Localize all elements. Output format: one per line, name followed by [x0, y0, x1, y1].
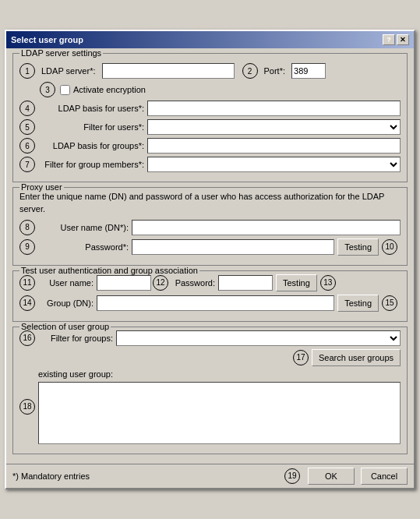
proxy-user-name-input[interactable]: [132, 220, 401, 235]
select-user-group-dialog: Select user group ? ✕ LDAP server settin…: [5, 30, 415, 489]
footer-buttons-container: 19 OK Cancel: [284, 468, 408, 485]
ldap-server-label: LDAP server*:: [41, 66, 99, 76]
existing-group-label: existing user group:: [38, 369, 113, 379]
step-4: 4: [19, 101, 35, 116]
filter-users-select[interactable]: [147, 119, 401, 135]
ldap-server-row: 1 LDAP server*: 2 Port*:: [19, 63, 401, 79]
proxy-user-name-label: User name (DN*):: [38, 223, 132, 232]
title-bar: Select user group ? ✕: [6, 31, 414, 48]
ldap-basis-users-input[interactable]: [147, 101, 401, 116]
test-user-name-label: User name:: [38, 278, 97, 288]
search-groups-row: 17 Search user groups: [19, 349, 401, 366]
test-group-row: 14 Group (DN): Testing 15: [19, 295, 401, 312]
footer-buttons: OK Cancel: [308, 468, 408, 485]
step-14: 14: [19, 295, 35, 311]
test-auth-group: Test user authentication and group assoc…: [12, 270, 408, 322]
ldap-basis-groups-label: LDAP basis for groups*:: [38, 141, 147, 150]
proxy-testing-button[interactable]: Testing: [337, 238, 379, 256]
filter-groups-select[interactable]: [116, 330, 401, 346]
step-11: 11: [19, 275, 35, 291]
search-user-groups-button[interactable]: Search user groups: [312, 349, 401, 366]
close-button[interactable]: ✕: [397, 34, 409, 45]
step-8: 8: [19, 220, 35, 235]
port-label: Port*:: [264, 66, 289, 76]
proxy-password-input[interactable]: [132, 239, 334, 255]
filter-users-row: 5 Filter for users*:: [19, 119, 401, 135]
filter-group-members-row: 7 Filter for group members*:: [19, 157, 401, 172]
ok-button[interactable]: OK: [308, 468, 355, 485]
step-17: 17: [293, 350, 309, 365]
proxy-password-label: Password*:: [38, 242, 132, 252]
existing-groups-list[interactable]: [38, 382, 401, 444]
test-password-input[interactable]: [218, 275, 273, 291]
proxy-user-name-row: 8 User name (DN*):: [19, 220, 401, 235]
dialog-content: LDAP server settings 1 LDAP server*: 2 P…: [6, 48, 414, 464]
step-16: 16: [19, 330, 35, 346]
group-dn-label: Group (DN):: [38, 298, 97, 308]
activate-encryption-checkbox[interactable]: [60, 85, 70, 95]
ldap-settings-group: LDAP server settings 1 LDAP server*: 2 P…: [12, 53, 408, 182]
ldap-settings-label: LDAP server settings: [19, 48, 103, 58]
step-3: 3: [40, 82, 55, 97]
ldap-basis-groups-row: 6 LDAP basis for groups*:: [19, 138, 401, 154]
title-bar-buttons: ? ✕: [383, 34, 409, 45]
filter-users-label: Filter for users*:: [38, 122, 147, 132]
dialog-title: Select user group: [11, 35, 83, 44]
step-9: 9: [19, 239, 35, 255]
ldap-basis-users-row: 4 LDAP basis for users*:: [19, 101, 401, 116]
step-6: 6: [19, 138, 35, 154]
step-10: 10: [382, 239, 397, 255]
step-18: 18: [19, 399, 35, 415]
test-group-testing-button[interactable]: Testing: [337, 295, 379, 312]
existing-group-row: 18 existing user group:: [19, 369, 401, 444]
proxy-description: Enter the unique name (DN) and password …: [19, 191, 401, 215]
mandatory-note: *) Mandatory entries: [12, 471, 90, 481]
step-12: 12: [153, 275, 168, 291]
test-auth-testing-button[interactable]: Testing: [276, 274, 317, 291]
footer-row: *) Mandatory entries 19 OK Cancel: [6, 464, 414, 488]
filter-groups-row: 16 Filter for groups:: [19, 330, 401, 346]
ldap-server-input[interactable]: [102, 63, 235, 79]
step-13: 13: [320, 275, 336, 291]
ldap-basis-users-label: LDAP basis for users*:: [38, 104, 147, 113]
test-password-label: Password:: [171, 278, 218, 288]
step-5: 5: [19, 119, 35, 135]
cancel-button[interactable]: Cancel: [361, 468, 408, 485]
proxy-user-label: Proxy user: [19, 182, 64, 192]
test-user-row: 11 User name: 12 Password: Testing 13: [19, 274, 401, 291]
activate-encryption-label: Activate encryption: [73, 85, 146, 94]
user-group-selection-group: Selection of user group 16 Filter for gr…: [12, 327, 408, 454]
proxy-user-group: Proxy user Enter the unique name (DN) an…: [12, 187, 408, 266]
step-1: 1: [19, 63, 35, 79]
existing-group-container: existing user group:: [38, 369, 401, 444]
step-19: 19: [284, 468, 300, 484]
proxy-password-row: 9 Password*: Testing 10: [19, 238, 401, 256]
help-button[interactable]: ?: [383, 34, 395, 45]
ldap-basis-groups-input[interactable]: [147, 138, 401, 154]
activate-encryption-row: 3 Activate encryption: [40, 82, 401, 97]
test-user-name-input[interactable]: [97, 275, 151, 291]
filter-groups-label: Filter for groups:: [38, 334, 116, 343]
port-input[interactable]: [291, 63, 326, 79]
filter-group-members-select[interactable]: [147, 157, 401, 172]
step-7: 7: [19, 157, 35, 172]
step-15: 15: [382, 295, 397, 311]
step-2: 2: [242, 63, 258, 79]
group-dn-input[interactable]: [97, 295, 334, 311]
filter-group-members-label: Filter for group members*:: [38, 160, 147, 169]
